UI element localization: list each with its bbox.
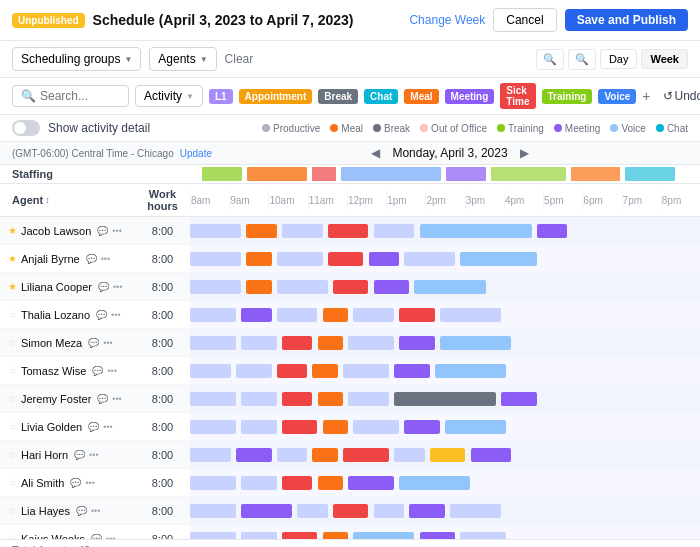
schedule-block[interactable] <box>190 308 236 322</box>
schedule-block[interactable] <box>282 420 318 434</box>
tag-break[interactable]: Break <box>318 89 358 104</box>
schedule-block[interactable] <box>282 224 323 238</box>
more-icon[interactable]: ••• <box>112 226 121 236</box>
chat-icon[interactable]: 💬 <box>70 478 81 488</box>
agent-timeline[interactable] <box>190 357 700 384</box>
schedule-block[interactable] <box>246 224 277 238</box>
schedule-block[interactable] <box>420 532 456 540</box>
schedule-block[interactable] <box>323 420 349 434</box>
chat-icon[interactable]: 💬 <box>96 310 107 320</box>
schedule-block[interactable] <box>501 392 537 406</box>
undo-button[interactable]: ↺ Undo <box>657 87 700 105</box>
change-week-link[interactable]: Change Week <box>409 13 485 27</box>
clear-button[interactable]: Clear <box>225 52 254 66</box>
schedule-block[interactable] <box>297 504 328 518</box>
schedule-block[interactable] <box>318 392 344 406</box>
schedule-block[interactable] <box>537 224 568 238</box>
agent-timeline[interactable] <box>190 273 700 300</box>
schedule-block[interactable] <box>282 336 313 350</box>
schedule-block[interactable] <box>471 448 512 462</box>
schedule-block[interactable] <box>399 336 435 350</box>
agent-timeline[interactable] <box>190 385 700 412</box>
schedule-block[interactable] <box>399 308 435 322</box>
scheduling-groups-dropdown[interactable]: Scheduling groups ▼ <box>12 47 141 71</box>
schedule-block[interactable] <box>190 364 231 378</box>
add-tag-button[interactable]: + <box>642 88 650 104</box>
schedule-block[interactable] <box>394 392 496 406</box>
agent-timeline[interactable] <box>190 245 700 272</box>
schedule-block[interactable] <box>190 448 231 462</box>
schedule-block[interactable] <box>190 224 241 238</box>
tag-sick-time[interactable]: Sick Time <box>500 83 535 109</box>
schedule-block[interactable] <box>460 252 537 266</box>
schedule-block[interactable] <box>241 420 277 434</box>
search-input[interactable] <box>40 89 120 103</box>
more-icon[interactable]: ••• <box>112 394 121 404</box>
schedule-block[interactable] <box>190 392 236 406</box>
save-publish-button[interactable]: Save and Publish <box>565 9 688 31</box>
more-icon[interactable]: ••• <box>89 450 98 460</box>
more-icon[interactable]: ••• <box>101 254 110 264</box>
schedule-block[interactable] <box>282 532 318 540</box>
schedule-block[interactable] <box>190 280 241 294</box>
schedule-block[interactable] <box>440 336 511 350</box>
schedule-block[interactable] <box>318 476 344 490</box>
week-view-button[interactable]: Week <box>641 49 688 69</box>
schedule-block[interactable] <box>190 420 236 434</box>
tag-meal[interactable]: Meal <box>404 89 438 104</box>
schedule-block[interactable] <box>404 420 440 434</box>
schedule-block[interactable] <box>282 392 313 406</box>
schedule-block[interactable] <box>414 280 485 294</box>
tag-meeting[interactable]: Meeting <box>445 89 495 104</box>
tag-l1[interactable]: L1 <box>209 89 233 104</box>
schedule-block[interactable] <box>369 252 400 266</box>
schedule-block[interactable] <box>374 280 410 294</box>
agent-timeline[interactable] <box>190 441 700 468</box>
agent-timeline[interactable] <box>190 497 700 524</box>
more-icon[interactable]: ••• <box>113 282 122 292</box>
schedule-block[interactable] <box>241 392 277 406</box>
schedule-block[interactable] <box>236 448 272 462</box>
schedule-block[interactable] <box>277 252 323 266</box>
chat-icon[interactable]: 💬 <box>97 226 108 236</box>
schedule-block[interactable] <box>343 448 389 462</box>
schedule-block[interactable] <box>353 308 394 322</box>
schedule-block[interactable] <box>328 252 364 266</box>
chat-icon[interactable]: 💬 <box>91 534 102 540</box>
more-icon[interactable]: ••• <box>85 478 94 488</box>
schedule-block[interactable] <box>394 448 425 462</box>
cancel-button[interactable]: Cancel <box>493 8 556 32</box>
schedule-block[interactable] <box>282 476 313 490</box>
schedule-block[interactable] <box>277 448 308 462</box>
schedule-block[interactable] <box>328 224 369 238</box>
schedule-block[interactable] <box>190 476 236 490</box>
schedule-block[interactable] <box>236 364 272 378</box>
agent-timeline[interactable] <box>190 301 700 328</box>
zoom-in-button[interactable]: 🔍 <box>568 49 596 70</box>
schedule-block[interactable] <box>241 504 292 518</box>
more-icon[interactable]: ••• <box>103 422 112 432</box>
timezone-update-link[interactable]: Update <box>180 148 212 159</box>
next-date-button[interactable]: ▶ <box>516 146 533 160</box>
prev-date-button[interactable]: ◀ <box>367 146 384 160</box>
schedule-block[interactable] <box>190 532 236 540</box>
tag-voice[interactable]: Voice <box>598 89 636 104</box>
schedule-block[interactable] <box>241 308 272 322</box>
chat-icon[interactable]: 💬 <box>98 282 109 292</box>
schedule-block[interactable] <box>241 336 277 350</box>
schedule-block[interactable] <box>323 532 349 540</box>
schedule-block[interactable] <box>374 504 405 518</box>
day-view-button[interactable]: Day <box>600 49 638 69</box>
schedule-block[interactable] <box>348 336 394 350</box>
more-icon[interactable]: ••• <box>111 310 120 320</box>
more-icon[interactable]: ••• <box>103 338 112 348</box>
schedule-block[interactable] <box>246 252 272 266</box>
schedule-block[interactable] <box>333 280 369 294</box>
schedule-block[interactable] <box>323 308 349 322</box>
schedule-block[interactable] <box>277 308 318 322</box>
agent-timeline[interactable] <box>190 525 700 539</box>
schedule-block[interactable] <box>348 392 389 406</box>
schedule-block[interactable] <box>246 280 272 294</box>
schedule-block[interactable] <box>409 504 445 518</box>
chat-icon[interactable]: 💬 <box>74 450 85 460</box>
